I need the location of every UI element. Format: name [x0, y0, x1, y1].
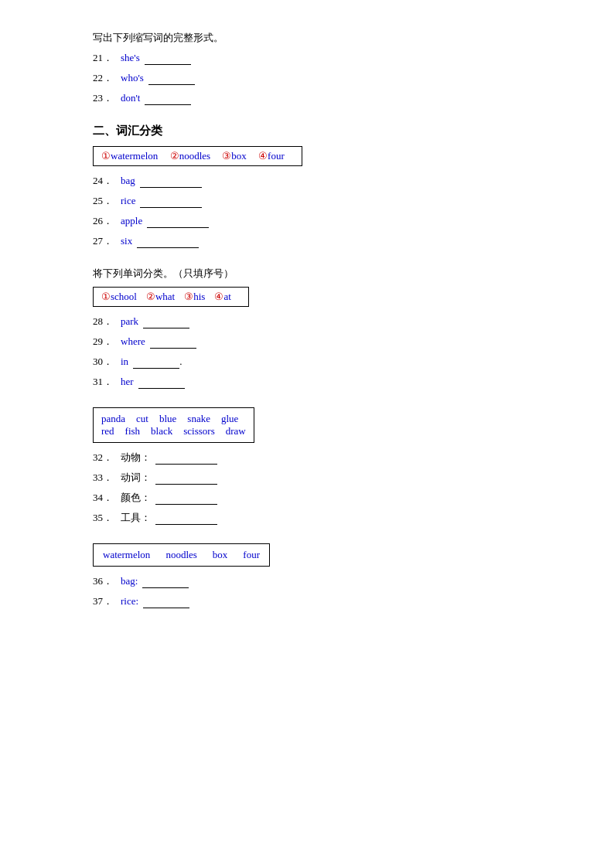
item-21-blank[interactable]: [145, 52, 191, 65]
word-box-1: ①watermelon ②noodles ③box ④four: [93, 146, 302, 166]
item-23-blank[interactable]: [145, 92, 191, 105]
item-26: 26． apple: [93, 214, 521, 228]
word-box-2: ①school②what③his④at: [93, 287, 249, 307]
item-37: 37． rice:: [93, 594, 521, 608]
item-35-blank[interactable]: [155, 512, 217, 525]
item-22-blank[interactable]: [148, 72, 195, 85]
abbreviation-items: 21． she's 22． who's 23． don't: [93, 51, 521, 105]
item-31: 31． her: [93, 375, 521, 389]
watermelon-word-box: watermelon noodles box four: [93, 543, 270, 567]
item-37-blank[interactable]: [143, 595, 189, 608]
instruction-2: 将下列单词分类。（只填序号）: [93, 267, 521, 281]
section-vocabulary-title: 二、词汇分类: [93, 124, 521, 138]
item-22-label: who's: [121, 72, 144, 84]
item-24: 24． bag: [93, 174, 521, 188]
item-35: 35． 工具：: [93, 511, 521, 525]
item-30: 30． in .: [93, 355, 521, 369]
panda-word-box: panda cut blue snake glue red fish black…: [93, 407, 254, 443]
section-abbreviation: 写出下列缩写词的完整形式。 21． she's 22． who's 23． do…: [93, 31, 521, 105]
item-21-num: 21．: [93, 51, 121, 65]
item-23-label: don't: [121, 92, 140, 104]
item-32: 32． 动物：: [93, 451, 521, 465]
item-21-label: she's: [121, 52, 140, 64]
section-panda: panda cut blue snake glue red fish black…: [93, 407, 521, 525]
item-33-blank[interactable]: [155, 471, 217, 485]
item-21: 21． she's: [93, 51, 521, 65]
item-28-blank[interactable]: [143, 315, 189, 328]
abbreviation-instruction: 写出下列缩写词的完整形式。: [93, 31, 521, 45]
item-25: 25． rice: [93, 194, 521, 208]
bottom-items: 36． bag: 37． rice:: [93, 574, 521, 608]
item-22: 22． who's: [93, 71, 521, 85]
item-30-blank[interactable]: [133, 356, 179, 369]
item-28: 28． park: [93, 315, 521, 328]
item-34-blank[interactable]: [155, 492, 217, 505]
item-36: 36． bag:: [93, 574, 521, 588]
item-23: 23． don't: [93, 91, 521, 105]
item-24-blank[interactable]: [140, 175, 202, 188]
items-24-27: 24． bag 25． rice 26． apple 27． six: [93, 174, 521, 248]
item-26-blank[interactable]: [147, 215, 209, 228]
item-36-blank[interactable]: [142, 575, 189, 588]
item-34: 34． 颜色：: [93, 491, 521, 505]
item-27-blank[interactable]: [137, 235, 199, 248]
item-31-blank[interactable]: [138, 376, 185, 389]
item-23-num: 23．: [93, 91, 121, 105]
item-25-blank[interactable]: [140, 195, 202, 208]
item-32-blank[interactable]: [155, 451, 217, 465]
item-29-blank[interactable]: [150, 335, 196, 349]
item-33: 33． 动词：: [93, 471, 521, 485]
item-29: 29． where: [93, 335, 521, 349]
section-vocabulary: 二、词汇分类 ①watermelon ②noodles ③box ④four 2…: [93, 124, 521, 389]
item-27: 27． six: [93, 234, 521, 248]
category-items: 32． 动物： 33． 动词： 34． 颜色： 35． 工具：: [93, 451, 521, 525]
items-28-31: 28． park 29． where 30． in . 31． her: [93, 315, 521, 389]
item-22-num: 22．: [93, 71, 121, 85]
section-watermelon: watermelon noodles box four 36． bag: 37．…: [93, 543, 521, 608]
